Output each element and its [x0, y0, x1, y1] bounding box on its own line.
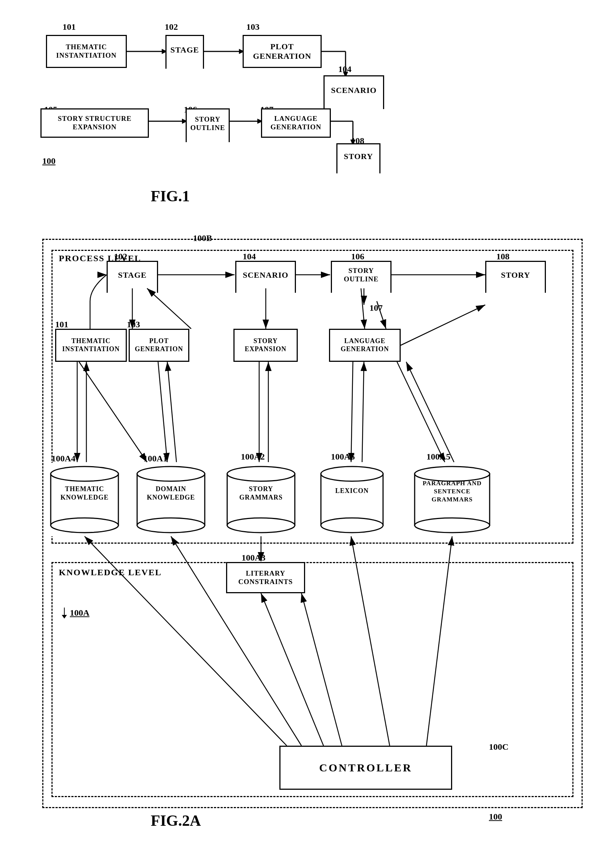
svg-marker-15 [62, 615, 67, 619]
svg-point-21 [137, 518, 205, 533]
svg-point-17 [51, 466, 118, 481]
ref-100a1: 100A1 [143, 454, 167, 464]
ref-106-fig2a: 106 [351, 252, 364, 261]
fig2a-thematic-knowledge: THEMATICKNOWLEDGE [50, 463, 120, 536]
knowledge-level-label: KNOWLEDGE LEVEL [59, 568, 162, 577]
process-level-box [52, 250, 574, 544]
fig2a-lexicon: LEXICON [320, 463, 384, 536]
ref-107-label: 107 [370, 303, 383, 313]
svg-point-23 [227, 466, 295, 481]
fig2a-story-grammars: STORYGRAMMARS [226, 463, 296, 536]
ref-100a5: 100A5 [426, 452, 450, 462]
fig2a-domain-knowledge: DOMAINKNOWLEDGE [136, 463, 206, 536]
fig1-story-outline: STORY OUTLINE [186, 108, 230, 138]
ref-103-fig2a: 103 [127, 320, 140, 329]
svg-point-24 [227, 518, 295, 533]
fig1-stage: STAGE [166, 35, 204, 64]
ref-100b: 100B [193, 233, 212, 243]
fig1-label: FIG.1 [151, 187, 190, 205]
ref-104-fig2a: 104 [243, 252, 256, 261]
ref-102-fig2a: 102 [114, 252, 127, 261]
fig2a-stage: STAGE [106, 261, 158, 288]
svg-point-18 [51, 518, 118, 533]
ref-108-fig2a: 108 [496, 252, 510, 261]
fig2a-language-generation: LANGUAGE GENERATION [329, 329, 401, 362]
svg-point-29 [415, 466, 489, 481]
fig2a-scenario: SCENARIO [235, 261, 296, 288]
ref-101-fig1: 101 [62, 22, 76, 32]
fig2a-story-outline: STORY OUTLINE [331, 261, 392, 288]
fig1-plot-generation: PLOT GENERATION [243, 35, 322, 68]
fig2a-literary-constraints: LITERARY CONSTRAINTS [226, 562, 305, 593]
fig2a-label: FIG.2A [151, 812, 201, 830]
fig1-story: STORY [336, 143, 380, 169]
fig2a-story: STORY [485, 261, 546, 288]
svg-point-27 [321, 518, 383, 533]
ref-103-fig1: 103 [246, 22, 260, 32]
svg-point-20 [137, 466, 205, 481]
svg-point-30 [415, 518, 489, 533]
fig2a-area: 100B PROCESS LEVEL KNOWLEDGE LEVEL 100A … [22, 232, 568, 837]
ref-104-fig1: 104 [338, 64, 352, 74]
ref-102-fig1: 102 [165, 22, 178, 32]
fig1-story-structure-expansion: STORY STRUCTURE EXPANSION [40, 108, 149, 138]
fig1-area: 101 THEMATIC [22, 15, 568, 220]
ref-100a6: 100A6 [331, 452, 355, 462]
fig2a-plot-generation: PLOT GENERATION [129, 329, 189, 362]
ref-101-fig2a: 101 [55, 320, 68, 329]
fig2a-thematic-instantiation: THEMATIC INSTANTIATION [55, 329, 127, 362]
ref-100c: 100C [489, 742, 509, 752]
ref-100a3: 100A3 [241, 553, 265, 563]
fig1-thematic-instantiation: THEMATIC INSTANTIATION [46, 35, 127, 68]
ref-100a2: 100A2 [241, 452, 265, 462]
ref-100a4: 100A4 [52, 454, 75, 464]
fig2a-paragraph-sentence-grammars: PARAGRAPH ANDSENTENCEGRAMMARS [414, 463, 491, 536]
fig2a-controller: CONTROLLER [279, 745, 452, 790]
page: 101 THEMATIC [0, 0, 590, 868]
fig1-language-generation: LANGUAGE GENERATION [261, 108, 331, 138]
fig2a-story-expansion: STORY EXPANSION [234, 329, 298, 362]
svg-point-26 [321, 466, 383, 481]
fig1-scenario: SCENARIO [324, 75, 384, 105]
